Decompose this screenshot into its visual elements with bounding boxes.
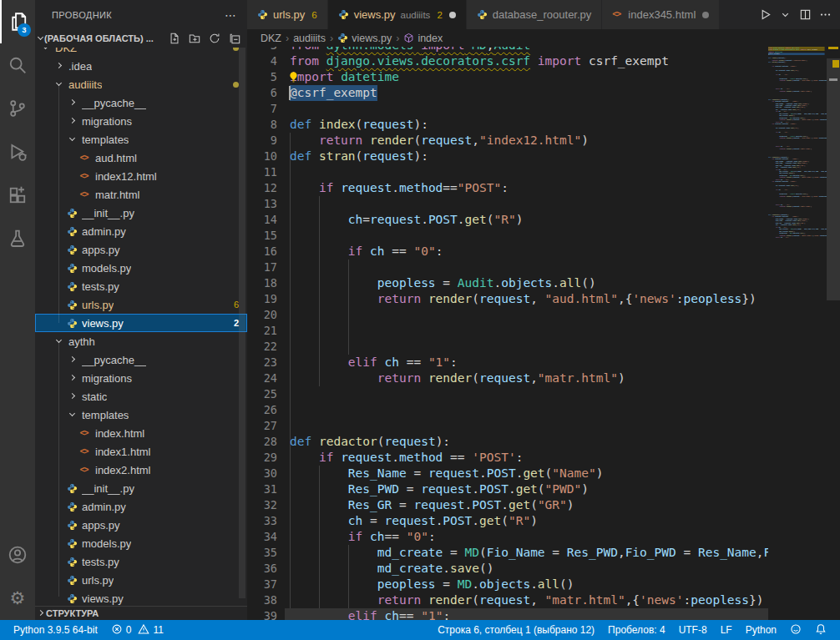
tree-item-urls.py[interactable]: urls.py6 bbox=[35, 295, 247, 314]
scrollbar[interactable] bbox=[827, 47, 840, 620]
explorer-icon[interactable]: 3 bbox=[0, 0, 35, 43]
tree-item-tests.py[interactable]: tests.py bbox=[35, 552, 247, 571]
settings-icon[interactable]: ⚙ bbox=[0, 577, 35, 620]
tree-item-views.py[interactable]: views.py2 bbox=[35, 314, 247, 332]
tree-item-templates[interactable]: templates bbox=[35, 130, 247, 149]
tree-item-__pycache__[interactable]: __pycache__ bbox=[35, 93, 247, 112]
python-file-icon bbox=[477, 9, 488, 20]
split-editor-button[interactable] bbox=[797, 7, 813, 23]
search-icon[interactable] bbox=[0, 43, 35, 87]
tree-item-.idea[interactable]: .idea bbox=[35, 57, 247, 75]
line-number: 6 bbox=[247, 85, 277, 101]
tree-item-admin.py[interactable]: admin.py bbox=[35, 497, 247, 516]
breadcrumb-item-index[interactable]: index bbox=[403, 33, 443, 44]
notifications-icon bbox=[815, 623, 827, 637]
code-line-16: 16 if ch == "0": bbox=[247, 244, 768, 260]
tree-item-__init__.py[interactable]: __init__.py bbox=[35, 479, 247, 497]
run-dropdown[interactable] bbox=[777, 7, 793, 23]
tree-item-index2.html[interactable]: <>index2.html bbox=[35, 461, 247, 479]
new-folder-icon[interactable] bbox=[187, 31, 202, 46]
explorer-actions bbox=[167, 31, 242, 46]
line-number: 10 bbox=[247, 149, 277, 164]
code-editor[interactable]: 3from aythh.models import MD,Audit4from … bbox=[247, 47, 768, 620]
run-debug-icon[interactable] bbox=[0, 130, 35, 174]
tree-item-aud.html[interactable]: <>aud.html bbox=[35, 149, 247, 167]
tree-item-migrations[interactable]: migrations bbox=[35, 112, 247, 130]
refresh-explorer-icon[interactable] bbox=[207, 31, 222, 46]
status-label: Строка 6, столбец 1 (выбрано 12) bbox=[438, 624, 595, 636]
tree-item-tests.py[interactable]: tests.py bbox=[35, 277, 247, 295]
tree-item-views.py[interactable]: views.py bbox=[35, 589, 247, 606]
explorer-more-icon[interactable]: ⋯ bbox=[225, 8, 237, 22]
code-line-35: 35 md_create = MD(Fio_Name = Res_PWD,Fio… bbox=[247, 545, 768, 561]
dirty-indicator-icon[interactable] bbox=[702, 12, 709, 18]
tree-item-index12.html[interactable]: <>index12.html bbox=[35, 167, 247, 185]
tree-item-index1.html[interactable]: <>index1.html bbox=[35, 442, 247, 461]
minimap[interactable]: from aythh.models import MD,Auditfrom dj… bbox=[768, 47, 827, 620]
status-problems[interactable]: 011 bbox=[106, 620, 169, 640]
code-line-19: 19 return render(request, "aud.html",{'n… bbox=[247, 291, 768, 307]
dirty-indicator-icon[interactable] bbox=[449, 12, 456, 18]
tree-item-urls.py[interactable]: urls.py bbox=[35, 571, 247, 589]
outline-section-header[interactable]: СТРУКТУРА bbox=[35, 606, 247, 620]
status-indentation[interactable]: Пробелов: 4 bbox=[603, 620, 670, 640]
tree-item-DKZ[interactable]: DKZ bbox=[35, 48, 247, 57]
git-modified-dot bbox=[233, 82, 239, 88]
status-python-interpreter[interactable]: Python 3.9.5 64-bit bbox=[8, 620, 103, 640]
file-label: static bbox=[82, 391, 107, 403]
python-file-icon bbox=[67, 575, 78, 586]
tree-item-migrations[interactable]: migrations bbox=[35, 369, 247, 387]
sidebar-scrollbar[interactable] bbox=[239, 48, 245, 598]
tree-item-aythh[interactable]: aythh bbox=[35, 332, 247, 350]
status-language-mode[interactable]: Python bbox=[741, 620, 782, 640]
warning-marker bbox=[828, 47, 838, 49]
code-line-37: 37 peopless = MD.objects.all() bbox=[247, 577, 768, 592]
breadcrumb-item-views.py[interactable]: views.py bbox=[337, 33, 392, 44]
tree-item-models.py[interactable]: models.py bbox=[35, 534, 247, 552]
new-file-icon[interactable] bbox=[167, 31, 182, 46]
tree-item-admin.py[interactable]: admin.py bbox=[35, 222, 247, 240]
tree-item-index.html[interactable]: <>index.html bbox=[35, 424, 247, 442]
breadcrumb-item-DKZ[interactable]: DKZ bbox=[261, 33, 281, 44]
tab-index345.html[interactable]: <>index345.html bbox=[602, 0, 719, 29]
breadcrumb-item-audiiits[interactable]: audiiits bbox=[293, 33, 326, 44]
file-label: migrations bbox=[82, 372, 132, 385]
tree-item-audiiits[interactable]: audiiits bbox=[35, 75, 247, 93]
more-actions-button[interactable] bbox=[817, 7, 833, 23]
extensions-icon[interactable] bbox=[0, 174, 35, 217]
status-notifications[interactable] bbox=[810, 620, 832, 640]
accounts-icon[interactable] bbox=[0, 533, 35, 577]
tree-item-apps.py[interactable]: apps.py bbox=[35, 240, 247, 259]
tree-item-__pycache__[interactable]: __pycache__ bbox=[35, 350, 247, 369]
tree-item-templates[interactable]: templates bbox=[35, 406, 247, 424]
code-text: if request.method=="POST": bbox=[290, 180, 509, 196]
collapse-folders-icon[interactable] bbox=[227, 31, 242, 46]
tree-item-matr.html[interactable]: <>matr.html bbox=[35, 185, 247, 204]
status-feedback[interactable] bbox=[785, 620, 807, 640]
line-number: 14 bbox=[247, 212, 277, 228]
scrollbar-slider[interactable] bbox=[827, 58, 840, 300]
file-label: templates bbox=[82, 409, 129, 421]
minimap-line: return render(request, "aud.html",{'news… bbox=[768, 138, 825, 139]
source-control-icon[interactable] bbox=[0, 87, 35, 130]
tab-database_roouter.py[interactable]: database_roouter.py bbox=[467, 0, 602, 29]
editor-group: urls.py6views.pyaudiiits2database_rooute… bbox=[247, 0, 840, 620]
tree-item-static[interactable]: static bbox=[35, 387, 247, 406]
status-encoding[interactable]: UTF-8 bbox=[674, 620, 712, 640]
tree-item-apps.py[interactable]: apps.py bbox=[35, 516, 247, 534]
tree-item-models.py[interactable]: models.py bbox=[35, 259, 247, 277]
line-number: 34 bbox=[247, 529, 277, 545]
error-icon bbox=[111, 623, 123, 637]
tab-urls.py[interactable]: urls.py6 bbox=[247, 0, 327, 29]
run-button[interactable] bbox=[757, 7, 773, 23]
tree-item-__init__.py[interactable]: __init__.py bbox=[35, 204, 247, 222]
file-label: DKZ bbox=[55, 48, 77, 54]
workspace-section-header[interactable]: (РАБОЧАЯ ОБЛАСТЬ) ... bbox=[35, 29, 247, 48]
status-cursor-position[interactable]: Строка 6, столбец 1 (выбрано 12) bbox=[433, 620, 600, 640]
tab-views.py[interactable]: views.pyaudiiits2 bbox=[328, 0, 466, 29]
python-file-icon bbox=[67, 538, 78, 549]
lightbulb-icon[interactable] bbox=[287, 71, 300, 83]
file-label: views.py bbox=[82, 592, 124, 605]
status-eol-sequence[interactable]: LF bbox=[716, 620, 737, 640]
testing-icon[interactable] bbox=[0, 217, 35, 260]
